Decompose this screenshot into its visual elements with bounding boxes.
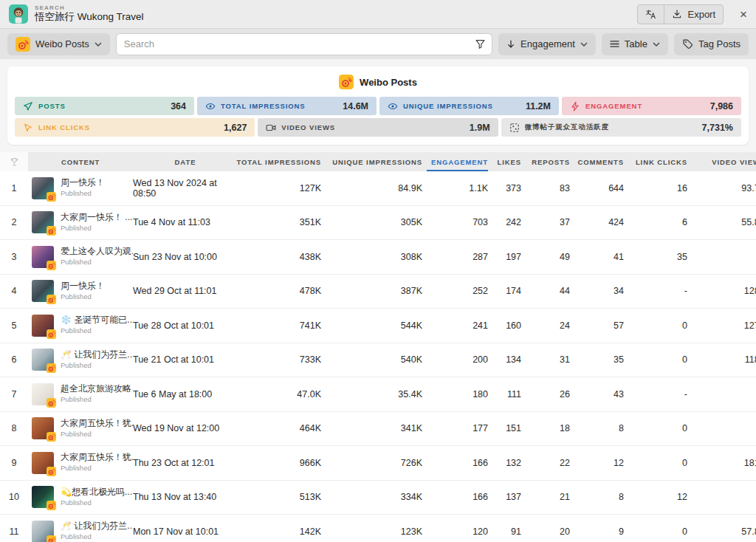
chevron-down-icon [94, 42, 102, 47]
row-rank: 5 [0, 320, 28, 331]
table-row[interactable]: 2 大家周一快乐！ ... Published Tue 4 Nov at 11:… [0, 206, 756, 241]
post-thumbnail[interactable] [32, 521, 54, 542]
metric-chip[interactable]: LINK CLICKS 1,627 [15, 118, 255, 137]
post-title[interactable]: 🥂 让我们为芬兰... [61, 521, 133, 532]
cell-comments: 644 [570, 183, 624, 193]
weibo-badge-icon [47, 363, 56, 373]
table-row[interactable]: 6 🥂 让我们为芬兰... Published Tue 21 Oct at 10… [0, 343, 756, 378]
metric-chip[interactable]: VIDEO VIEWS 1.9M [258, 118, 498, 137]
table-row[interactable]: 3 爱上这令人叹为观... Published Sun 23 Nov at 10… [0, 240, 756, 275]
close-icon[interactable]: × [740, 8, 747, 21]
metric-chip[interactable]: 微博帖子观众互动活跃度 7,731% [501, 118, 741, 137]
column-header-engagement[interactable]: ENGAGEMENT [422, 152, 488, 171]
cell-link-clicks: 0 [624, 526, 687, 537]
table-row[interactable]: 11 🥂 让我们为芬兰... Published Mon 17 Nov at 1… [0, 515, 756, 542]
table-row[interactable]: 1 周一快乐！ Published Wed 13 Nov 2024 at 08:… [0, 171, 756, 206]
column-header-video-views[interactable]: VIDEO VIEWS [687, 152, 756, 171]
cell-comments: 9 [570, 526, 624, 537]
column-header-unique-impressions[interactable]: UNIQUE IMPRESSIONS [321, 152, 422, 171]
metric-value: 1.9M [470, 123, 490, 133]
cell-engagement: 241 [422, 320, 488, 331]
cell-total-impressions: 142K [238, 526, 321, 537]
table-row[interactable]: 8 大家周五快乐！犹... Published Wed 19 Nov at 12… [0, 412, 756, 447]
row-rank: 10 [0, 492, 28, 502]
cell-link-clicks: - [624, 286, 687, 296]
metric-label: ENGAGEMENT [585, 102, 642, 110]
post-thumbnail[interactable] [32, 452, 54, 474]
post-title[interactable]: 周一快乐！ [61, 178, 105, 188]
cell-link-clicks: 0 [624, 320, 687, 331]
post-title[interactable]: 💫想看北极光吗... [61, 487, 132, 498]
metric-label: UNIQUE IMPRESSIONS [403, 102, 493, 110]
post-title[interactable]: 周一快乐！ [61, 281, 105, 292]
cell-likes: 373 [488, 183, 521, 193]
post-thumbnail[interactable] [32, 315, 54, 337]
post-title[interactable]: 🥂 让我们为芬兰... [61, 350, 133, 360]
post-status: Published [61, 327, 133, 335]
metric-chip[interactable]: POSTS 364 [15, 97, 194, 115]
column-header-content[interactable]: CONTENT [28, 152, 133, 171]
post-thumbnail[interactable] [32, 280, 54, 302]
bolt-icon [570, 101, 580, 112]
table-row[interactable]: 4 周一快乐！ Published Wed 29 Oct at 11:01 47… [0, 275, 756, 309]
post-title[interactable]: 超全北京旅游攻略 [61, 384, 131, 394]
metric-chip[interactable]: ENGAGEMENT 7,986 [562, 97, 741, 115]
search-container [116, 33, 492, 55]
cell-reposts: 18 [521, 423, 570, 433]
metric-chip[interactable]: TOTAL IMPRESSIONS 14.6M [197, 97, 377, 115]
table-body: 1 周一快乐！ Published Wed 13 Nov 2024 at 08:… [0, 171, 756, 542]
filter-icon[interactable] [475, 38, 486, 49]
cell-unique-impressions: 35.4K [321, 389, 422, 399]
post-thumbnail[interactable] [32, 246, 54, 268]
cell-likes: 160 [488, 320, 521, 331]
post-thumbnail[interactable] [32, 349, 54, 371]
table-row[interactable]: 5 ❄️ 圣诞节可能已... Published Tue 28 Oct at 1… [0, 309, 756, 343]
column-header-date[interactable]: DATE [133, 152, 238, 171]
view-selector[interactable]: Table [602, 33, 668, 55]
table-row[interactable]: 10 💫想看北极光吗... Published Thu 13 Nov at 13… [0, 481, 756, 515]
video-camera-icon [266, 123, 276, 133]
post-title[interactable]: 大家周五快乐！犹... [61, 419, 133, 429]
column-header-comments[interactable]: COMMENTS [570, 152, 624, 171]
post-thumbnail[interactable] [32, 383, 54, 405]
post-title[interactable]: 大家周五快乐！犹... [61, 453, 133, 463]
column-header-link-clicks[interactable]: LINK CLICKS [624, 152, 687, 171]
table-row[interactable]: 7 超全北京旅游攻略 Published Tue 6 May at 18:00 … [0, 377, 756, 412]
table-row[interactable]: 9 大家周五快乐！犹... Published Thu 23 Oct at 12… [0, 446, 756, 481]
weibo-badge-icon [47, 432, 56, 442]
cell-unique-impressions: 305K [321, 217, 422, 227]
rank-column-header[interactable] [0, 152, 28, 171]
cell-engagement: 166 [422, 492, 488, 502]
post-title[interactable]: 大家周一快乐！ ... [61, 213, 132, 223]
eye-icon [205, 101, 216, 112]
source-selector[interactable]: Weibo Posts [7, 33, 110, 55]
post-title[interactable]: 爱上这令人叹为观... [61, 247, 133, 257]
column-header-reposts[interactable]: REPOSTS [521, 152, 570, 171]
chevron-down-icon [580, 42, 588, 47]
post-thumbnail[interactable] [32, 211, 54, 233]
weibo-badge-icon [47, 226, 56, 236]
column-header-total-impressions[interactable]: TOTAL IMPRESSIONS [238, 152, 321, 171]
translate-button[interactable] [638, 5, 664, 24]
post-status: Published [61, 464, 133, 473]
cell-reposts: 20 [521, 526, 570, 537]
column-header-likes[interactable]: LIKES [488, 152, 521, 171]
cell-video-views: 127K [687, 320, 756, 331]
cell-reposts: 24 [521, 320, 570, 331]
cell-comments: 12 [570, 458, 624, 468]
post-thumbnail[interactable] [32, 177, 54, 199]
row-rank: 4 [0, 286, 28, 296]
post-thumbnail[interactable] [32, 417, 54, 439]
post-title[interactable]: ❄️ 圣诞节可能已... [61, 315, 133, 326]
search-input[interactable] [116, 33, 492, 55]
list-icon [610, 40, 619, 48]
tag-posts-button[interactable]: Tag Posts [674, 33, 749, 55]
row-rank: 2 [0, 217, 28, 227]
cell-likes: 132 [488, 458, 521, 468]
metric-chip[interactable]: UNIQUE IMPRESSIONS 11.2M [379, 97, 559, 115]
sort-selector[interactable]: Engagement [498, 33, 596, 55]
export-button[interactable]: Export [664, 5, 723, 24]
post-status: Published [61, 499, 132, 507]
post-thumbnail[interactable] [32, 486, 54, 508]
post-status: Published [61, 430, 133, 439]
